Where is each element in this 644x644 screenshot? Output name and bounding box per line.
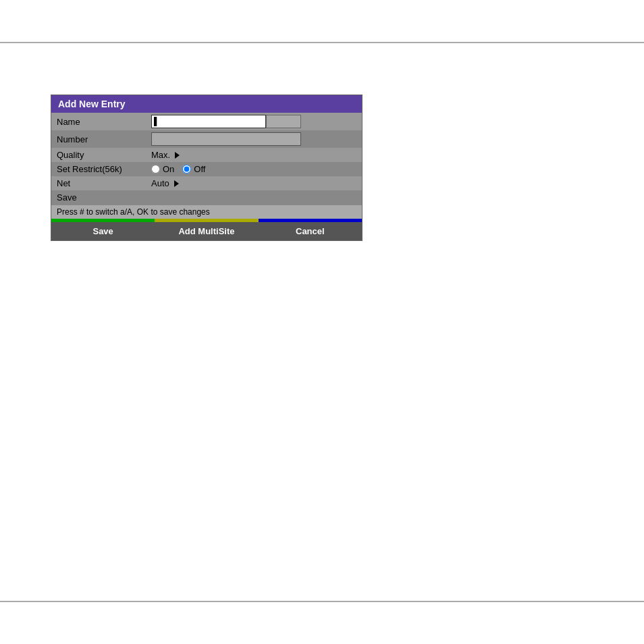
restrict-radio-group: On Off (151, 164, 356, 174)
dialog-title: Add New Entry (51, 95, 362, 113)
quality-arrow-icon (175, 152, 180, 159)
quality-value-wrapper[interactable]: Max. (151, 150, 356, 160)
off-label: Off (194, 164, 205, 174)
name-field-cell (146, 113, 362, 130)
save-button[interactable]: Save (51, 222, 155, 240)
net-value-cell: Auto (146, 176, 362, 190)
on-radio[interactable] (151, 165, 160, 173)
net-label: Net (51, 176, 146, 190)
cancel-button[interactable]: Cancel (259, 222, 362, 240)
name-label: Name (51, 113, 146, 130)
name-input-wrapper (151, 115, 356, 128)
name-action-button[interactable] (266, 115, 301, 128)
form-table: Name Number Quality Max. (51, 113, 362, 205)
dialog-title-text: Add New Entry (58, 99, 126, 109)
off-radio[interactable] (182, 165, 191, 173)
quality-row: Quality Max. (51, 148, 362, 162)
set-restrict-label: Set Restrict(56k) (51, 162, 146, 176)
net-value-text: Auto (151, 178, 169, 188)
save-row: Save (51, 190, 362, 205)
quality-label: Quality (51, 148, 146, 162)
add-entry-dialog: Add New Entry Name Number Quality Max. (51, 95, 363, 241)
set-restrict-options-cell: On Off (146, 162, 362, 176)
bottom-divider (0, 601, 644, 602)
save-field-label: Save (51, 190, 146, 205)
net-row: Net Auto (51, 176, 362, 190)
name-input[interactable] (151, 115, 266, 128)
number-label: Number (51, 130, 146, 148)
on-label: On (163, 164, 174, 174)
status-bar: Press # to switch a/A, OK to save change… (51, 205, 362, 219)
net-value-wrapper[interactable]: Auto (151, 178, 356, 188)
save-field-cell (146, 190, 362, 205)
top-divider (0, 42, 644, 43)
name-row: Name (51, 113, 362, 130)
number-row: Number (51, 130, 362, 148)
button-row: Save Add MultiSite Cancel (51, 222, 362, 240)
add-multisite-button[interactable]: Add MultiSite (155, 222, 258, 240)
number-input[interactable] (151, 132, 301, 146)
set-restrict-row: Set Restrict(56k) On Off (51, 162, 362, 176)
off-option[interactable]: Off (182, 164, 205, 174)
quality-value-cell: Max. (146, 148, 362, 162)
net-arrow-icon (174, 180, 179, 187)
on-option[interactable]: On (151, 164, 174, 174)
quality-value-text: Max. (151, 150, 170, 160)
number-field-cell (146, 130, 362, 148)
status-text: Press # to switch a/A, OK to save change… (57, 207, 210, 217)
